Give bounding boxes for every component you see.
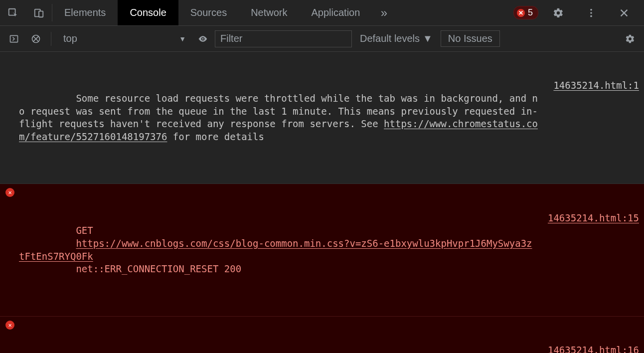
tab-label: Network xyxy=(251,7,287,18)
error-icon: ✕ xyxy=(5,188,14,197)
svg-point-3 xyxy=(590,8,592,10)
execution-context-select[interactable]: top ▼ xyxy=(56,30,191,47)
svg-point-8 xyxy=(202,38,203,39)
error-count: 5 xyxy=(528,7,533,18)
svg-point-5 xyxy=(590,15,592,17)
chevron-down-icon: ▼ xyxy=(423,33,433,44)
tab-network[interactable]: Network xyxy=(239,0,299,25)
console-sidebar-toggle-icon[interactable] xyxy=(4,29,24,49)
message-text: for more details xyxy=(167,131,264,142)
tab-console[interactable]: Console xyxy=(118,0,178,25)
inspect-element-icon[interactable] xyxy=(0,0,26,25)
source-link[interactable]: 14635214.html:1 xyxy=(553,80,639,91)
tab-label: Application xyxy=(312,7,360,18)
settings-gear-icon[interactable] xyxy=(545,7,571,18)
chevron-down-icon: ▼ xyxy=(179,35,186,43)
message-body: Some resource load requests were throttl… xyxy=(17,54,639,181)
svg-rect-2 xyxy=(39,11,43,17)
live-expression-icon[interactable] xyxy=(193,29,213,49)
tab-application[interactable]: Application xyxy=(300,0,372,25)
console-message-error: ✕ GET https://www.cnblogs.com/css/blog-c… xyxy=(0,184,644,316)
error-icon: ✕ xyxy=(5,321,14,330)
separator xyxy=(51,32,51,46)
tab-label: Sources xyxy=(190,7,227,18)
source-link[interactable]: 14635214.html:16 xyxy=(548,345,639,353)
top-right-controls: ✕ 5 xyxy=(513,0,644,25)
console-settings-gear-icon[interactable] xyxy=(620,29,640,49)
message-body: GET https://www.cnblogs.com/skins/coding… xyxy=(17,319,639,353)
console-output: Some resource load requests were throttl… xyxy=(0,52,644,353)
console-message-error: ✕ GET https://www.cnblogs.com/skins/codi… xyxy=(0,317,644,353)
tab-label: Elements xyxy=(64,7,106,18)
panel-tabs: Elements Console Sources Network Applica… xyxy=(52,0,396,25)
message-gutter xyxy=(3,54,17,56)
console-toolbar: top ▼ Default levels ▼ No Issues xyxy=(0,26,644,52)
tab-label: Console xyxy=(130,7,166,18)
levels-label: Default levels xyxy=(360,33,420,44)
close-icon[interactable] xyxy=(611,7,637,18)
error-count-chip[interactable]: ✕ 5 xyxy=(513,6,538,19)
device-toolbar-icon[interactable] xyxy=(26,0,52,25)
request-url[interactable]: https://www.cnblogs.com/css/blog-common.… xyxy=(19,238,532,262)
context-label: top xyxy=(63,33,77,44)
issues-label: No Issues xyxy=(448,33,492,44)
kebab-menu-icon[interactable] xyxy=(578,7,604,18)
filter-input[interactable] xyxy=(215,30,352,47)
message-gutter: ✕ xyxy=(3,186,17,197)
tab-elements[interactable]: Elements xyxy=(52,0,118,25)
svg-point-4 xyxy=(590,12,592,14)
clear-console-icon[interactable] xyxy=(26,29,46,49)
source-link[interactable]: 14635214.html:15 xyxy=(548,212,639,223)
message-gutter: ✕ xyxy=(3,319,17,330)
tab-sources[interactable]: Sources xyxy=(178,0,239,25)
more-tabs-icon[interactable]: » xyxy=(372,0,396,25)
error-status: net::ERR_CONNECTION_RESET 200 xyxy=(76,263,241,274)
error-icon: ✕ xyxy=(517,9,525,17)
message-body: GET https://www.cnblogs.com/css/blog-com… xyxy=(17,186,639,314)
console-message: Some resource load requests were throttl… xyxy=(0,52,644,184)
log-levels-select[interactable]: Default levels ▼ xyxy=(354,33,439,44)
issues-button[interactable]: No Issues xyxy=(441,30,500,47)
http-method: GET xyxy=(76,225,93,236)
devtools-top-bar: Elements Console Sources Network Applica… xyxy=(0,0,644,26)
